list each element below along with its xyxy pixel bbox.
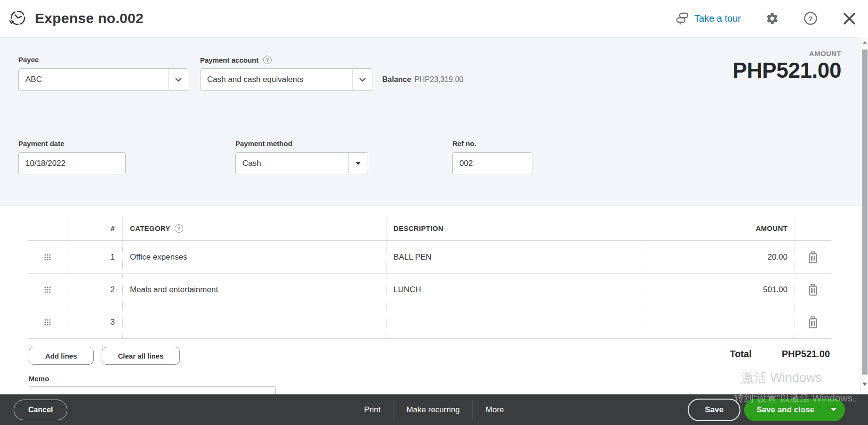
table-row: 2 Meals and entertainment LUNCH 501.00 [28, 274, 831, 306]
amount-column-header: AMOUNT [648, 216, 795, 240]
payee-value: ABC [19, 75, 168, 84]
vertical-scrollbar[interactable] [860, 37, 868, 394]
ref-no-label: Ref no. [452, 139, 476, 147]
drag-column-header [28, 216, 67, 240]
form-header-section: Payee ABC Payment account ? Cash and cas… [0, 37, 860, 206]
settings-button[interactable] [765, 12, 779, 25]
scroll-up-arrow-icon[interactable] [862, 41, 867, 44]
trash-icon [807, 316, 819, 329]
expense-window: Expense no.002 Take a tour ? [0, 0, 868, 425]
gear-icon [765, 12, 779, 25]
clear-all-lines-button[interactable]: Clear all lines [102, 347, 180, 365]
print-button[interactable]: Print [351, 405, 393, 415]
help-button[interactable]: ? [804, 11, 818, 25]
row-category-cell[interactable]: Office expenses [122, 241, 386, 273]
row-number: 3 [67, 306, 122, 338]
payment-method-label: Payment method [235, 139, 292, 147]
row-drag-handle[interactable] [28, 241, 67, 273]
line-items-section: # CATEGORY ? DESCRIPTION AMOUNT [0, 206, 860, 394]
take-a-tour-label: Take a tour [694, 13, 741, 24]
topbar-actions: Take a tour ? [675, 11, 868, 26]
save-button[interactable]: Save [688, 399, 740, 421]
row-number: 2 [67, 274, 122, 306]
payment-account-help-icon[interactable]: ? [263, 56, 272, 64]
more-button[interactable]: More [473, 405, 517, 415]
chevron-down-icon [175, 77, 182, 82]
windows-activation-watermark-subtext: 转到“设置”以激活 Windows。 [734, 392, 862, 405]
caret-down-icon [356, 162, 361, 165]
payment-account-label: Payment account ? [200, 56, 272, 64]
cancel-button[interactable]: Cancel [14, 400, 67, 420]
make-recurring-button[interactable]: Make recurring [394, 405, 472, 415]
drag-handle-icon [44, 319, 51, 326]
row-actions-cell [795, 274, 831, 306]
description-column-header: DESCRIPTION [386, 216, 648, 240]
total-label: Total [730, 349, 751, 360]
clock-history-icon [8, 8, 27, 28]
row-description-cell[interactable]: LUNCH [386, 274, 648, 306]
number-column-header: # [67, 216, 122, 240]
ref-no-input[interactable] [452, 152, 532, 174]
balance-label: Balance [382, 75, 411, 84]
scrollbar-thumb[interactable] [862, 49, 868, 375]
row-drag-handle[interactable] [28, 274, 67, 306]
actions-column-header [795, 216, 831, 240]
signpost-icon [675, 11, 690, 26]
row-category-cell[interactable]: Meals and entertainment [122, 274, 386, 306]
take-a-tour-link[interactable]: Take a tour [675, 11, 741, 26]
table-row: 3 [28, 306, 831, 339]
row-amount-cell[interactable] [648, 306, 795, 338]
row-drag-handle[interactable] [28, 306, 67, 338]
payment-method-dropdown-toggle[interactable] [348, 153, 368, 174]
payee-label: Payee [18, 56, 39, 64]
trash-icon [807, 251, 819, 264]
row-category-cell[interactable] [122, 306, 386, 338]
payment-date-label: Payment date [18, 139, 64, 147]
page-title: Expense no.002 [35, 10, 144, 26]
amount-display-value: PHP521.00 [732, 57, 841, 83]
form-body: Payee ABC Payment account ? Cash and cas… [0, 37, 860, 394]
total-value: PHP521.00 [782, 349, 830, 360]
close-icon [842, 11, 857, 26]
payment-method-select[interactable]: Cash [235, 152, 368, 174]
delete-row-button[interactable] [807, 316, 819, 329]
row-description-cell[interactable] [386, 306, 648, 338]
scroll-down-arrow-icon[interactable] [862, 383, 867, 386]
row-actions-cell [795, 306, 831, 338]
payment-account-dropdown-toggle[interactable] [352, 69, 372, 90]
balance-value: PHP23,319.00 [414, 75, 463, 84]
payee-dropdown-toggle[interactable] [168, 69, 188, 90]
row-number: 1 [67, 241, 122, 273]
trash-icon [807, 283, 819, 296]
table-header-row: # CATEGORY ? DESCRIPTION AMOUNT [28, 216, 831, 241]
category-help-icon[interactable]: ? [175, 224, 183, 233]
add-lines-button[interactable]: Add lines [29, 347, 94, 365]
payee-select[interactable]: ABC [18, 68, 188, 91]
svg-text:?: ? [808, 15, 812, 23]
memo-input[interactable] [29, 386, 276, 394]
drag-handle-icon [44, 286, 51, 294]
amount-display-label: AMOUNT [809, 49, 841, 57]
title-group: Expense no.002 [0, 8, 144, 28]
category-column-header: CATEGORY ? [122, 216, 386, 240]
delete-row-button[interactable] [807, 283, 819, 296]
payment-account-value: Cash and cash equivalents [201, 75, 352, 84]
payment-date-input[interactable] [18, 152, 126, 174]
drag-handle-icon [44, 253, 51, 261]
row-amount-cell[interactable]: 501.00 [648, 274, 795, 306]
memo-label: Memo [29, 375, 49, 383]
chevron-down-icon [359, 77, 366, 82]
payment-method-value: Cash [236, 159, 348, 168]
help-circle-icon: ? [804, 11, 818, 25]
payment-account-select[interactable]: Cash and cash equivalents [200, 68, 372, 91]
delete-row-button[interactable] [807, 251, 819, 264]
topbar: Expense no.002 Take a tour ? [0, 0, 868, 37]
caret-down-icon [831, 408, 836, 411]
balance-line: Balance PHP23,319.00 [382, 75, 463, 84]
table-row: 1 Office expenses BALL PEN 20.00 [28, 241, 831, 274]
close-button[interactable] [842, 11, 857, 26]
row-description-cell[interactable]: BALL PEN [386, 241, 648, 273]
footer-center-actions: Print Make recurring More [351, 400, 516, 420]
windows-activation-watermark: 激活 Windows [741, 369, 822, 386]
row-amount-cell[interactable]: 20.00 [648, 241, 795, 273]
